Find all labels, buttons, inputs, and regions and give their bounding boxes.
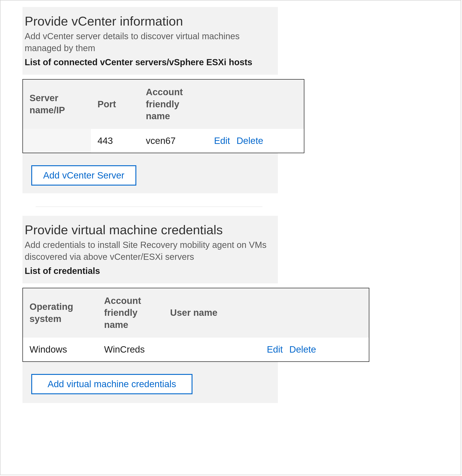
vcenter-description: Add vCenter server details to discover v… [23,30,271,54]
edit-link[interactable]: Edit [267,344,283,355]
add-vm-creds-button[interactable]: Add virtual machine credentials [31,374,192,394]
edit-link[interactable]: Edit [214,136,230,146]
delete-link[interactable]: Delete [237,136,263,146]
col-os: Operating system [23,288,98,338]
delete-link[interactable]: Delete [289,344,316,355]
vcenter-panel: Provide vCenter information Add vCenter … [23,7,278,75]
col-account-friendly: Account friendly name [98,288,164,338]
vm-creds-panel: Provide virtual machine credentials Add … [23,216,278,283]
cell-actions: Edit Delete [207,129,304,153]
col-account-name: Account friendly name [139,79,207,129]
vm-creds-add-row: Add virtual machine credentials [23,362,278,403]
cell-server-name [23,129,91,153]
vm-creds-list-label: List of credentials [23,265,271,277]
cell-account-friendly: WinCreds [98,338,164,362]
table-row: Windows WinCreds Edit Delete [23,338,369,362]
cell-username [164,338,260,362]
vcenter-section: Provide vCenter information Add vCenter … [23,7,439,193]
vcenter-table: Server name/IP Port Account friendly nam… [23,79,304,153]
cell-account-name: vcen67 [139,129,207,153]
col-server-name: Server name/IP [23,79,91,129]
vcenter-list-label: List of connected vCenter servers/vSpher… [23,56,271,68]
add-vcenter-button[interactable]: Add vCenter Server [31,165,136,186]
vcenter-header-row: Server name/IP Port Account friendly nam… [23,79,304,129]
content-area: Provide vCenter information Add vCenter … [0,0,461,423]
cell-os: Windows [23,338,98,362]
vcenter-table-wrap: Server name/IP Port Account friendly nam… [23,79,439,153]
config-page-frame: Provide vCenter information Add vCenter … [0,0,461,475]
vm-creds-table: Operating system Account friendly name U… [23,288,369,362]
col-actions-2 [260,288,369,338]
col-port: Port [91,79,139,129]
vcenter-add-row: Add vCenter Server [23,153,278,193]
vm-creds-description: Add credentials to install Site Recovery… [23,239,271,263]
col-actions [207,79,304,129]
vm-creds-table-wrap: Operating system Account friendly name U… [23,288,439,362]
cell-port: 443 [91,129,139,153]
section-separator [36,206,263,207]
vm-creds-section: Provide virtual machine credentials Add … [23,216,439,403]
vm-creds-header-row: Operating system Account friendly name U… [23,288,369,338]
vm-creds-title: Provide virtual machine credentials [23,222,271,237]
table-row: 443 vcen67 Edit Delete [23,129,304,153]
cell-actions-2: Edit Delete [260,338,369,362]
vcenter-title: Provide vCenter information [23,14,271,28]
col-username: User name [164,288,260,338]
